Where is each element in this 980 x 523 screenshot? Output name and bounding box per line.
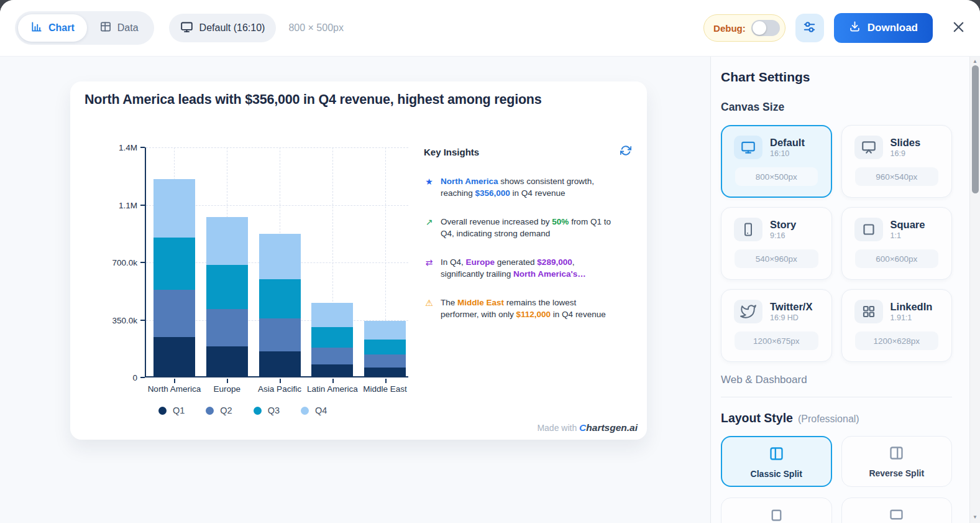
insight-item: ↗Overall revenue increased by 50% from Q… <box>424 216 631 239</box>
tab-data[interactable]: Data <box>87 14 151 42</box>
x-axis-tick <box>227 379 228 383</box>
x-axis-label: North America <box>148 384 201 394</box>
layout-option-reverse-split[interactable]: Reverse Split <box>841 436 953 487</box>
bar-segment-q4-4[interactable] <box>364 321 406 340</box>
legend-item-q4[interactable]: Q4 <box>301 405 327 415</box>
chart-export-modal: Chart Data Default (16:10) 800 × 500px D… <box>0 0 980 523</box>
bar-segment-q4-2[interactable] <box>259 234 301 280</box>
view-tab-group: Chart Data <box>15 11 154 45</box>
split-right-icon <box>888 445 905 464</box>
layout-option-label: Classic Split <box>751 469 802 479</box>
canvas-size-ratio: 9:16 <box>770 231 796 240</box>
canvas-size-option-default[interactable]: Default16:10800×500px <box>721 125 832 198</box>
chart-options-button[interactable] <box>795 14 824 42</box>
canvas-size-pixels: 1200×628px <box>855 331 939 350</box>
canvas-size-name: Twitter/X <box>770 301 812 313</box>
canvas-size-name: Default <box>770 137 805 149</box>
bar-segment-q4-1[interactable] <box>206 217 248 264</box>
sidebar-divider <box>721 397 952 397</box>
canvas-size-option-linkedin[interactable]: LinkedIn1.91:11200×628px <box>841 289 953 362</box>
canvas-preset-label: Default (16:10) <box>199 22 265 34</box>
insight-text: Overall revenue increased by 50% from Q1… <box>441 216 611 239</box>
header-toolbar: Chart Data Default (16:10) 800 × 500px D… <box>0 0 980 57</box>
bar-segment-q4-3[interactable] <box>311 303 353 326</box>
star-icon: ★ <box>424 176 434 187</box>
tab-chart[interactable]: Chart <box>18 14 87 42</box>
layout-option[interactable] <box>841 498 953 523</box>
bar-segment-q3-2[interactable] <box>259 279 301 318</box>
stacked-bar-plot: 0350.0k700.0k1.1M1.4MNorth AmericaEurope… <box>145 147 408 377</box>
x-axis-label: Asia Pacific <box>258 384 301 394</box>
legend-dot <box>158 407 167 415</box>
bar-segment-q1-4[interactable] <box>364 368 406 376</box>
compare-arrows-icon: ⇄ <box>424 257 434 268</box>
bar-segment-q2-0[interactable] <box>153 290 195 337</box>
insight-list: ★North America shows consistent growth,r… <box>424 176 631 320</box>
canvas-size-pixels: 600×600px <box>855 249 939 268</box>
web-dashboard-label: Web & Dashboard <box>721 374 952 386</box>
watermark: Made with Chartsgen.ai <box>537 422 638 433</box>
refresh-icon[interactable] <box>620 145 631 159</box>
bar-segment-q2-3[interactable] <box>311 348 353 364</box>
insight-item: ★North America shows consistent growth,r… <box>424 176 631 199</box>
layout-option[interactable] <box>721 498 832 523</box>
canvas-size-ratio: 1:1 <box>891 231 925 240</box>
panel-wide-icon <box>888 506 905 523</box>
download-button[interactable]: Download <box>834 13 933 43</box>
layout-option-label: Reverse Split <box>869 468 924 478</box>
canvas-dimensions-label: 800 × 500px <box>288 22 344 34</box>
debug-toggle[interactable] <box>751 20 780 36</box>
table-icon <box>99 21 112 35</box>
canvas-size-pixels: 1200×675px <box>735 331 818 350</box>
scroll-down-icon[interactable]: ▼ <box>970 514 980 520</box>
canvas-size-option-story[interactable]: Story9:16540×960px <box>721 207 832 280</box>
toggle-knob <box>753 21 766 35</box>
chart-settings-sidebar: Chart Settings Canvas Size Default16:108… <box>711 57 969 523</box>
download-label: Download <box>868 22 918 34</box>
bar-segment-q2-2[interactable] <box>259 318 301 351</box>
legend-item-q1[interactable]: Q1 <box>158 405 185 415</box>
legend-label: Q1 <box>173 405 185 415</box>
layout-option-classic-split[interactable]: Classic Split <box>721 436 832 487</box>
y-axis-label: 350.0k <box>112 315 137 325</box>
canvas-size-heading: Canvas Size <box>721 101 952 114</box>
close-button[interactable] <box>949 19 968 37</box>
bar-segment-q3-0[interactable] <box>153 238 195 290</box>
scroll-up-icon[interactable]: ▲ <box>970 58 980 64</box>
canvas-size-option-square[interactable]: Square1:1600×600px <box>841 207 953 280</box>
brand-rest: hartsgen.ai <box>586 422 638 433</box>
canvas-size-option-twitter-x[interactable]: Twitter/X16:9 HD1200×675px <box>721 289 832 362</box>
layout-style-heading: Layout Style(Professional) <box>721 411 952 425</box>
legend-item-q2[interactable]: Q2 <box>206 405 232 415</box>
x-axis-tick <box>385 379 387 383</box>
x-axis-tick <box>332 379 334 383</box>
canvas-size-name: Slides <box>891 137 921 149</box>
layout-style-mode: (Professional) <box>798 414 859 424</box>
legend-item-q3[interactable]: Q3 <box>254 405 280 415</box>
warning-icon: ⚠ <box>424 297 434 308</box>
bar-segment-q2-4[interactable] <box>364 354 406 368</box>
layout-style-grid-overflow <box>721 498 952 523</box>
scrollbar-thumb[interactable] <box>972 65 979 193</box>
canvas-size-option-slides[interactable]: Slides16:9960×540px <box>841 125 953 198</box>
bar-segment-q3-4[interactable] <box>364 340 406 354</box>
bar-segment-q3-1[interactable] <box>206 265 248 309</box>
phone-icon <box>734 218 762 241</box>
bar-segment-q1-3[interactable] <box>311 364 353 376</box>
tab-chart-label: Chart <box>48 22 75 34</box>
canvas-size-ratio: 16:9 HD <box>770 313 812 322</box>
canvas-size-pixels: 960×540px <box>855 167 939 186</box>
y-axis-tick <box>140 377 145 378</box>
bar-segment-q3-3[interactable] <box>311 327 353 348</box>
bar-segment-q1-2[interactable] <box>259 351 301 376</box>
bar-segment-q4-0[interactable] <box>153 179 195 238</box>
x-axis-label: Europe <box>213 384 240 394</box>
twitter-icon <box>734 300 762 323</box>
bar-segment-q1-1[interactable] <box>206 346 248 376</box>
bar-segment-q2-1[interactable] <box>206 309 248 346</box>
presentation-icon <box>854 136 883 159</box>
canvas-preset-button[interactable]: Default (16:10) <box>169 14 277 42</box>
bar-segment-q1-0[interactable] <box>153 337 195 376</box>
sidebar-scrollbar[interactable]: ▲ ▼ <box>969 57 980 523</box>
key-insights-panel: Key Insights ★North America shows consis… <box>424 145 631 320</box>
